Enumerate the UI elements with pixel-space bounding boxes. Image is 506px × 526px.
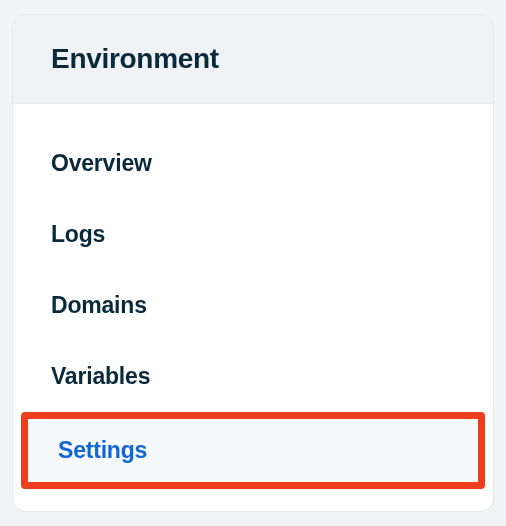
nav-item-variables[interactable]: Variables [13,341,493,412]
nav-item-domains[interactable]: Domains [13,270,493,341]
panel-title: Environment [51,43,455,75]
nav-item-logs[interactable]: Logs [13,199,493,270]
nav-item-settings[interactable]: Settings [28,419,478,482]
nav-item-overview[interactable]: Overview [13,128,493,199]
panel-header: Environment [13,15,493,104]
highlight-box: Settings [21,412,485,489]
highlight-annotation: Settings [21,412,485,489]
environment-panel: Environment Overview Logs Domains Variab… [12,14,494,512]
nav-list: Overview Logs Domains Variables Settings [13,104,493,489]
